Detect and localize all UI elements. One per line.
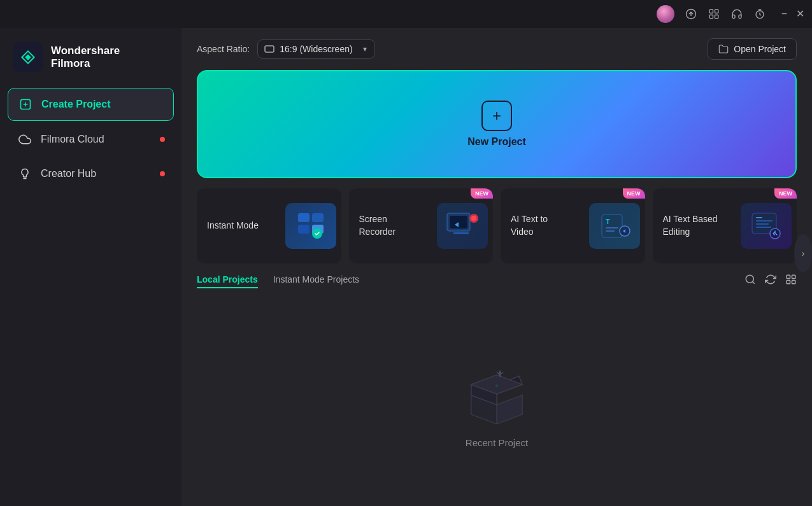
- title-bar: − ✕: [0, 0, 812, 28]
- empty-state: Recent Project: [197, 299, 797, 506]
- projects-section: Local Projects Instant Mode Projects: [182, 274, 812, 506]
- headphones-icon[interactable]: [730, 8, 743, 20]
- svg-text:T: T: [606, 218, 610, 225]
- aspect-ratio-value: 16:9 (Widescreen): [280, 44, 352, 54]
- svg-rect-34: [792, 281, 795, 284]
- open-project-button[interactable]: Open Project: [708, 38, 797, 60]
- refresh-icon[interactable]: [765, 274, 776, 288]
- empty-box-icon: [455, 357, 538, 427]
- svg-rect-31: [787, 275, 790, 278]
- content-area: Aspect Ratio: 16:9 (Widescreen) ▾ Open P…: [182, 28, 812, 506]
- title-bar-icons: − ✕: [657, 5, 804, 23]
- aspect-ratio-dropdown[interactable]: 16:9 (Widescreen) ▾: [257, 39, 374, 59]
- projects-tabs: Local Projects Instant Mode Projects: [197, 274, 797, 288]
- svg-rect-19: [602, 214, 622, 237]
- screen-recorder-illustration: [437, 203, 488, 249]
- new-badge: NEW: [774, 188, 797, 199]
- svg-rect-4: [715, 15, 718, 18]
- svg-point-35: [495, 384, 498, 387]
- empty-state-label: Recent Project: [466, 437, 528, 448]
- grid-view-icon[interactable]: [785, 274, 797, 288]
- sidebar: Wondershare Filmora Create Project: [0, 28, 182, 506]
- main-layout: Wondershare Filmora Create Project: [0, 28, 812, 506]
- scroll-right-button[interactable]: ›: [794, 234, 812, 272]
- ai-text-to-video-illustration: T: [589, 203, 640, 249]
- user-avatar[interactable]: [657, 5, 674, 23]
- mode-cards: Instant Mode NEW Screen Recorder: [182, 178, 812, 274]
- svg-rect-22: [606, 230, 615, 232]
- timer-icon[interactable]: [753, 8, 766, 20]
- svg-rect-2: [715, 10, 718, 13]
- grid-icon[interactable]: [708, 8, 720, 20]
- svg-rect-1: [709, 10, 713, 13]
- sidebar-item-label: Creator Hub: [41, 168, 96, 179]
- app-logo: Wondershare Filmora: [0, 34, 182, 88]
- svg-rect-21: [606, 227, 618, 228]
- window-controls: − ✕: [781, 9, 804, 19]
- svg-rect-27: [756, 223, 769, 225]
- svg-rect-11: [298, 225, 310, 234]
- aspect-ratio-label: Aspect Ratio:: [197, 44, 250, 54]
- svg-rect-8: [265, 46, 274, 52]
- svg-rect-9: [298, 213, 310, 222]
- screen-recorder-card[interactable]: NEW Screen Recorder: [349, 188, 494, 264]
- screen-recorder-label: Screen Recorder: [359, 213, 417, 238]
- ai-text-to-video-card[interactable]: NEW AI Text to Video T: [501, 188, 645, 264]
- notification-dot: [160, 171, 165, 176]
- cloud-icon: [18, 132, 32, 146]
- new-project-label: New Project: [467, 136, 526, 148]
- tab-instant-mode-projects[interactable]: Instant Mode Projects: [273, 274, 359, 288]
- sidebar-nav: Create Project Filmora Cloud: [0, 88, 182, 190]
- ai-text-based-editing-label: AI Text Based Editing: [663, 213, 720, 238]
- sidebar-item-filmora-cloud[interactable]: Filmora Cloud: [8, 123, 174, 155]
- svg-rect-32: [792, 275, 795, 278]
- svg-rect-18: [453, 232, 469, 234]
- svg-rect-25: [756, 217, 762, 218]
- ai-text-to-video-label: AI Text to Video: [511, 213, 568, 238]
- upload-icon[interactable]: [685, 8, 697, 20]
- sidebar-item-creator-hub[interactable]: Creator Hub: [8, 158, 174, 190]
- chevron-down-icon: ▾: [363, 45, 367, 53]
- close-button[interactable]: ✕: [796, 9, 804, 19]
- notification-dot: [160, 137, 165, 142]
- svg-point-30: [746, 275, 753, 283]
- new-project-plus-icon: +: [481, 101, 512, 131]
- instant-mode-illustration: [285, 203, 336, 249]
- instant-mode-card[interactable]: Instant Mode: [197, 188, 341, 264]
- svg-rect-10: [312, 213, 324, 222]
- app-name: Wondershare Filmora: [51, 45, 120, 71]
- svg-rect-26: [756, 220, 773, 221]
- top-bar: Aspect Ratio: 16:9 (Widescreen) ▾ Open P…: [182, 28, 812, 70]
- sidebar-item-create-project[interactable]: Create Project: [8, 88, 174, 121]
- svg-rect-3: [709, 15, 713, 18]
- minimize-button[interactable]: −: [781, 9, 787, 19]
- aspect-ratio-section: Aspect Ratio: 16:9 (Widescreen) ▾: [197, 39, 375, 59]
- svg-rect-33: [787, 281, 790, 284]
- svg-point-17: [471, 216, 476, 221]
- instant-mode-label: Instant Mode: [207, 220, 259, 232]
- lightbulb-icon: [18, 167, 32, 181]
- logo-icon: [13, 42, 43, 73]
- new-badge: NEW: [623, 188, 645, 199]
- ai-text-based-editing-illustration: [741, 203, 792, 249]
- plus-square-icon: [18, 97, 32, 111]
- new-badge: NEW: [471, 188, 493, 199]
- tab-local-projects[interactable]: Local Projects: [197, 274, 258, 288]
- tabs-right: [744, 274, 797, 288]
- sidebar-item-label: Create Project: [41, 99, 111, 110]
- search-icon[interactable]: [744, 274, 756, 288]
- new-project-banner[interactable]: + New Project: [197, 70, 797, 178]
- ai-text-based-editing-card[interactable]: NEW AI Text Based Editing: [653, 188, 797, 264]
- tabs-left: Local Projects Instant Mode Projects: [197, 274, 359, 288]
- svg-rect-28: [756, 227, 771, 228]
- open-project-label: Open Project: [734, 44, 786, 54]
- sidebar-item-label: Filmora Cloud: [41, 134, 104, 145]
